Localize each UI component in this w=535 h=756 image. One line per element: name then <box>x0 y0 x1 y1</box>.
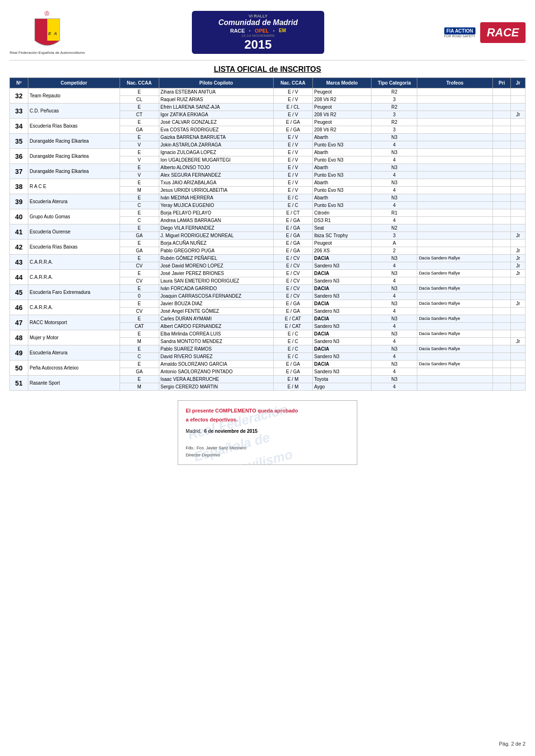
svg-rect-0 <box>35 19 47 41</box>
table-row: 46C.A.R.R.A.EJavier BOUZA DIAZE / GADACI… <box>10 300 526 308</box>
jr: Jr <box>511 338 526 345</box>
jr <box>511 172 526 179</box>
entry-number: 50 <box>10 361 28 376</box>
pilot-name: Yeray MUJICA EUGENIO <box>159 202 273 209</box>
pri <box>492 134 511 141</box>
trofeo <box>417 224 492 232</box>
nac-seat: E <box>120 119 159 126</box>
pilot-name: Ignacio ZULOAGA LOPEZ <box>159 149 273 156</box>
pri <box>492 88 511 96</box>
rfea-shield-icon: R F E A <box>33 17 61 49</box>
pilot-name: David RIVERO SUAREZ <box>159 353 273 361</box>
nac-pilot: E / V <box>273 111 312 119</box>
pri <box>492 217 511 224</box>
nac-pilot: E / V <box>273 141 312 149</box>
crown-icon: ♔ <box>44 9 50 17</box>
pilot-name: Alex SEGURA FERNANDEZ <box>159 172 273 179</box>
nac-seat: M <box>120 338 159 345</box>
brand-model: Abarth <box>312 179 371 187</box>
sig-signer: Fdo.: Fco. Javier Sanz Merinero <box>186 445 349 452</box>
trofeo: Dacia Sandero Rallye <box>417 361 492 368</box>
brand-model: Sandero N3 <box>312 368 371 376</box>
tipo-categoria: N3 <box>371 285 417 292</box>
nac-seat: E <box>120 88 159 96</box>
trofeo: Dacia Sandero Rallye <box>417 255 492 262</box>
entry-number: 33 <box>10 103 28 119</box>
nac-seat: E <box>120 300 159 308</box>
nac-pilot: E / CV <box>273 262 312 270</box>
pilot-name: José Javier PEREZ BRIONES <box>159 270 273 277</box>
pri <box>492 353 511 361</box>
entry-number: 37 <box>10 164 28 179</box>
tipo-categoria: R2 <box>371 88 417 96</box>
nac-seat: M <box>120 383 159 391</box>
pilot-name: Joaquin CARRASCOSA FERNANDEZ <box>159 292 273 300</box>
entry-number: 34 <box>10 119 28 134</box>
table-row: 32Team RepautoEZihara ESTEBAN ANITUAE / … <box>10 88 526 96</box>
entry-number: 46 <box>10 300 28 315</box>
brand-model: Toyota <box>312 376 371 383</box>
competitor-name: Durangalde Racing Elkartea <box>28 164 120 179</box>
brand-model: DACIA <box>312 300 371 308</box>
jr <box>511 209 526 217</box>
tipo-categoria: 4 <box>371 172 417 179</box>
pilot-name: Javier BOUZA DIAZ <box>159 300 273 308</box>
nac-seat: E <box>120 134 159 141</box>
tipo-categoria: 4 <box>371 262 417 270</box>
tipo-categoria: N3 <box>371 300 417 308</box>
pilot-name: Arnaldo SOLORZANO GARCIA <box>159 361 273 368</box>
nac-seat: CV <box>120 308 159 315</box>
tipo-categoria: 4 <box>371 338 417 345</box>
approved-text1: El presente COMPLEMENTO queda aprobado <box>186 406 349 415</box>
nac-pilot: E / CV <box>273 270 312 277</box>
sig-date: 6 de noviembre de 2015 <box>204 429 258 434</box>
brand-model: 208 Vti R2 <box>312 96 371 103</box>
jr: Jr <box>511 111 526 119</box>
th-tipo: Tipo Categoría <box>371 78 417 88</box>
table-row: 51Rasante SportEIsaac VERA ALBERRUCHEE /… <box>10 376 526 383</box>
pilot-name: Diego VILA FERNANDEZ <box>159 224 273 232</box>
page: ♔ R F E A Real Federación Esp <box>0 0 535 503</box>
nac-pilot: E / C <box>273 194 312 202</box>
nac-seat: C <box>120 217 159 224</box>
jr <box>511 277 526 285</box>
tipo-categoria: N3 <box>371 164 417 172</box>
brand-model: DS3 R1 <box>312 217 371 224</box>
brand-model: 208 Vti R2 <box>312 126 371 134</box>
brand-model: DACIA <box>312 330 371 338</box>
tipo-categoria: 4 <box>371 353 417 361</box>
nac-seat: CV <box>120 277 159 285</box>
pri <box>492 368 511 376</box>
nac-pilot: E / GA <box>273 247 312 255</box>
trofeo <box>417 164 492 172</box>
pilot-name: Gaizka BARRENA BARRUETA <box>159 134 273 141</box>
competitor-name: Grupo Auto Gomas <box>28 209 120 224</box>
table-row: 36Durangalde Racing ElkarteaEIgnacio ZUL… <box>10 149 526 156</box>
th-nac2: Nac. CCAA <box>273 78 312 88</box>
pri <box>492 224 511 232</box>
jr <box>511 103 526 111</box>
nac-pilot: E / CV <box>273 277 312 285</box>
nac-pilot: E / GA <box>273 368 312 376</box>
nac-seat: GA <box>120 232 159 240</box>
jr <box>511 96 526 103</box>
tipo-categoria: N3 <box>371 255 417 262</box>
pilot-name: Iván MEDINA HERRERA <box>159 194 273 202</box>
brand-model: Abarth <box>312 194 371 202</box>
tipo-categoria: N3 <box>371 376 417 383</box>
nac-seat: E <box>120 345 159 353</box>
jr <box>511 141 526 149</box>
pilot-name: Albert CARDO FERNANDEZ <box>159 323 273 330</box>
competitor-name: C.A.R.R.A. <box>28 270 120 285</box>
trofeo <box>417 149 492 156</box>
svg-text:A: A <box>53 31 57 36</box>
brand-model: Punto Evo N3 <box>312 187 371 194</box>
nac-pilot: E / CL <box>273 103 312 111</box>
pilot-name: Elba Mirlinda CORREA LUIS <box>159 330 273 338</box>
competitor-name: Rasante Sport <box>28 376 120 391</box>
jr <box>511 353 526 361</box>
trofeo <box>417 103 492 111</box>
brand-model: 208 Vti R2 <box>312 111 371 119</box>
pilot-name: Eva COSTAS RODRIGUEZ <box>159 126 273 134</box>
jr <box>511 315 526 323</box>
